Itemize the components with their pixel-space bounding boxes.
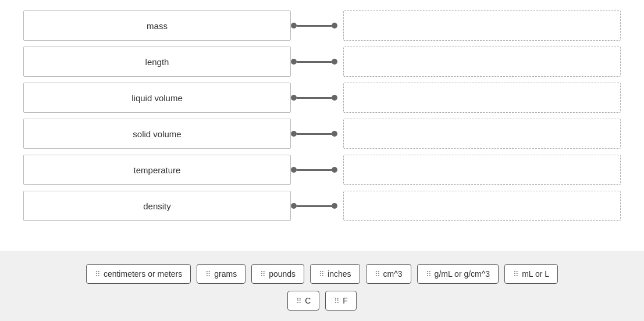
connector-bar-mass (297, 25, 332, 27)
left-item-solid_volume: solid volume (23, 119, 291, 149)
right-drop-length[interactable] (343, 47, 621, 77)
connector-dot-right-liquid_volume (332, 95, 337, 101)
chip-label-g_per_ml: g/mL or g/cm^3 (435, 269, 490, 279)
main-area: masslengthliquid volumesolid volumetempe… (0, 0, 644, 251)
connector-line-solid_volume (291, 131, 337, 137)
grip-icon-F: ⠿ (334, 297, 339, 305)
right-drop-density[interactable] (343, 191, 621, 221)
connector-line-temperature (291, 167, 337, 173)
chip-label-pounds: pounds (269, 269, 296, 279)
chip-ml_or_l[interactable]: ⠿mL or L (504, 264, 558, 284)
chip-label-inches: inches (328, 269, 351, 279)
connector-dot-left-solid_volume (291, 131, 297, 137)
chip-label-ml_or_l: mL or L (522, 269, 549, 279)
connector-length (291, 47, 343, 77)
grip-icon-pounds: ⠿ (260, 270, 265, 279)
connector-dot-left-liquid_volume (291, 95, 297, 101)
connector-mass (291, 10, 343, 41)
connector-bar-temperature (297, 169, 332, 171)
chip-centimeters_or_meters[interactable]: ⠿centimeters or meters (86, 264, 191, 284)
left-item-mass: mass (23, 10, 291, 41)
right-drop-liquid_volume[interactable] (343, 83, 621, 113)
chips-row-2: ⠿C⠿F (287, 291, 357, 311)
connector-dot-right-solid_volume (332, 131, 337, 137)
connector-temperature (291, 155, 343, 185)
grip-icon-ml_or_l: ⠿ (513, 270, 518, 279)
chips-row-1: ⠿centimeters or meters⠿grams⠿pounds⠿inch… (86, 264, 558, 284)
connector-area (291, 10, 343, 221)
connector-line-density (291, 203, 337, 209)
connector-bar-liquid_volume (297, 97, 332, 99)
chip-label-centimeters_or_meters: centimeters or meters (104, 269, 182, 279)
connector-dot-left-temperature (291, 167, 297, 173)
chip-inches[interactable]: ⠿inches (310, 264, 360, 284)
connector-bar-solid_volume (297, 133, 332, 135)
chip-cm3[interactable]: ⠿cm^3 (366, 264, 411, 284)
left-column: masslengthliquid volumesolid volumetempe… (23, 10, 291, 221)
connector-dot-left-mass (291, 23, 297, 28)
chip-grams[interactable]: ⠿grams (197, 264, 245, 284)
right-drop-temperature[interactable] (343, 155, 621, 185)
chip-label-C: C (305, 296, 311, 305)
chip-C[interactable]: ⠿C (287, 291, 319, 311)
grip-icon-C: ⠿ (296, 297, 301, 305)
connector-line-liquid_volume (291, 95, 337, 101)
left-item-temperature: temperature (23, 155, 291, 185)
grip-icon-g_per_ml: ⠿ (426, 270, 431, 279)
connector-line-length (291, 59, 337, 65)
chip-label-F: F (343, 296, 348, 305)
left-item-density: density (23, 191, 291, 221)
bottom-area: ⠿centimeters or meters⠿grams⠿pounds⠿inch… (0, 251, 644, 321)
connector-dot-left-density (291, 203, 297, 209)
connector-dot-right-mass (332, 23, 337, 28)
connector-dot-right-length (332, 59, 337, 65)
chip-pounds[interactable]: ⠿pounds (251, 264, 304, 284)
right-drop-mass[interactable] (343, 10, 621, 41)
matching-container: masslengthliquid volumesolid volumetempe… (23, 10, 621, 221)
connector-density (291, 191, 343, 221)
grip-icon-centimeters_or_meters: ⠿ (95, 270, 100, 279)
connector-dot-left-length (291, 59, 297, 65)
chip-g_per_ml[interactable]: ⠿g/mL or g/cm^3 (417, 264, 499, 284)
connector-line-mass (291, 23, 337, 28)
connector-bar-length (297, 61, 332, 63)
connector-solid_volume (291, 119, 343, 149)
connector-liquid_volume (291, 83, 343, 113)
connector-bar-density (297, 205, 332, 207)
chip-label-cm3: cm^3 (383, 269, 403, 279)
chip-label-grams: grams (214, 269, 237, 279)
chip-F[interactable]: ⠿F (325, 291, 357, 311)
grip-icon-grams: ⠿ (205, 270, 211, 279)
right-drop-solid_volume[interactable] (343, 119, 621, 149)
grip-icon-cm3: ⠿ (375, 270, 380, 279)
grip-icon-inches: ⠿ (319, 270, 324, 279)
left-item-length: length (23, 47, 291, 77)
left-item-liquid_volume: liquid volume (23, 83, 291, 113)
right-column (343, 10, 621, 221)
connector-dot-right-density (332, 203, 337, 209)
connector-dot-right-temperature (332, 167, 337, 173)
